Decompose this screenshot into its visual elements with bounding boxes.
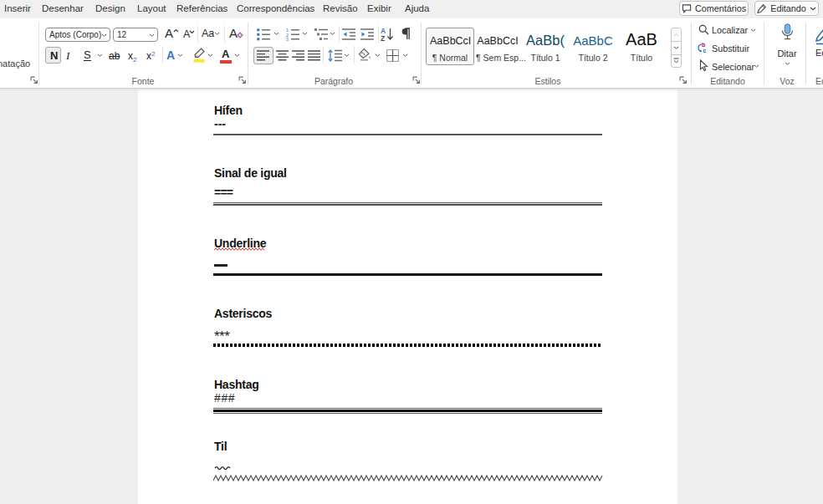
- svg-text:Z: Z: [381, 34, 385, 42]
- svg-text:3: 3: [286, 37, 289, 41]
- svg-text:c: c: [703, 48, 707, 53]
- svg-text:b: b: [702, 42, 705, 48]
